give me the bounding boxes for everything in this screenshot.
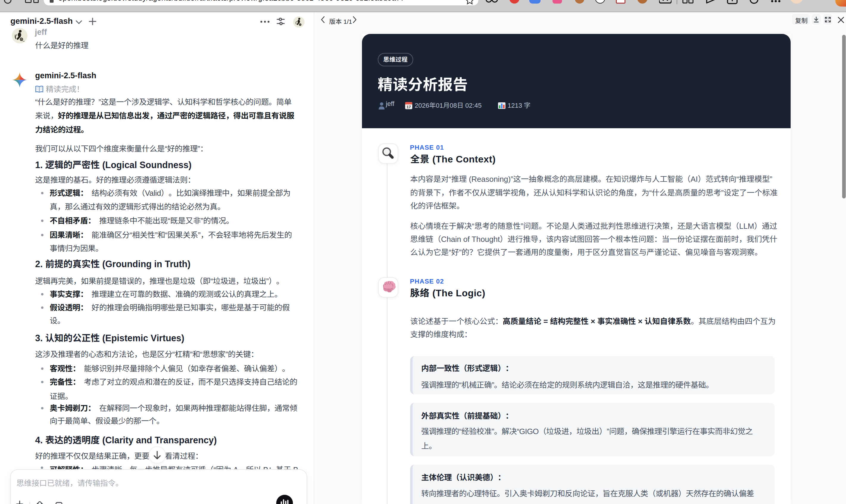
svg-text:17: 17 [407, 105, 411, 109]
